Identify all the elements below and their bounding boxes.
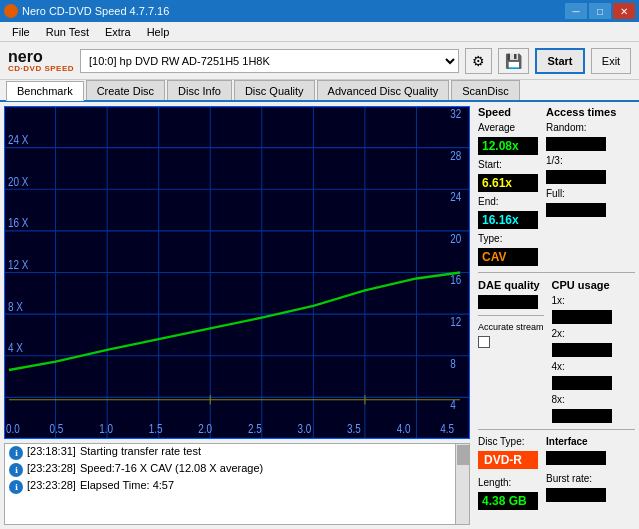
speed-end-value: 16.16x xyxy=(478,211,538,229)
log-entry-2: ℹ [23:23:28] Elapsed Time: 4:57 xyxy=(5,478,455,495)
accurate-stream-container xyxy=(478,336,544,348)
cpu-8x-label: 8x: xyxy=(552,394,612,405)
menu-help[interactable]: Help xyxy=(139,24,178,40)
device-info-button[interactable]: ⚙ xyxy=(465,48,492,74)
log-time-2: [23:23:28] xyxy=(27,479,76,491)
log-area: ℹ [23:18:31] Starting transfer rate test… xyxy=(4,443,470,525)
logo: nero CD·DVD SPEED xyxy=(8,49,74,73)
speed-average-value: 12.08x xyxy=(478,137,538,155)
app-title: Nero CD-DVD Speed 4.7.7.16 xyxy=(22,5,169,17)
svg-text:3.5: 3.5 xyxy=(347,422,361,435)
access-times-title: Access times xyxy=(546,106,616,118)
close-button[interactable]: ✕ xyxy=(613,3,635,19)
accurate-stream-checkbox[interactable] xyxy=(478,336,490,348)
tab-scandisc[interactable]: ScanDisc xyxy=(451,80,519,100)
access-times-section: Access times Random: 1/3: Full: xyxy=(546,106,616,266)
chart-canvas: 24 X 20 X 16 X 12 X 8 X 4 X 32 28 24 20 … xyxy=(4,106,470,439)
svg-text:20: 20 xyxy=(450,232,461,245)
svg-text:20 X: 20 X xyxy=(8,175,29,188)
svg-text:12 X: 12 X xyxy=(8,258,29,271)
speed-start-label: Start: xyxy=(478,159,538,170)
svg-text:2.0: 2.0 xyxy=(198,422,212,435)
cpu-8x-value xyxy=(552,409,612,423)
speed-section: Speed Average 12.08x Start: 6.61x End: 1… xyxy=(478,106,538,266)
log-text-1: Speed:7-16 X CAV (12.08 X average) xyxy=(80,462,263,474)
chart-svg: 24 X 20 X 16 X 12 X 8 X 4 X 32 28 24 20 … xyxy=(4,106,470,439)
svg-text:4 X: 4 X xyxy=(8,341,24,354)
svg-text:8: 8 xyxy=(450,357,456,370)
dae-value xyxy=(478,295,538,309)
accurate-stream-label: Accurate stream xyxy=(478,322,544,332)
tab-disc-info[interactable]: Disc Info xyxy=(167,80,232,100)
burst-value xyxy=(546,488,606,502)
chart-area: 24 X 20 X 16 X 12 X 8 X 4 X 32 28 24 20 … xyxy=(4,106,470,439)
maximize-button[interactable]: □ xyxy=(589,3,611,19)
app-icon xyxy=(4,4,18,18)
menu-file[interactable]: File xyxy=(4,24,38,40)
cpu-title: CPU usage xyxy=(552,279,612,291)
right-panel: Speed Average 12.08x Start: 6.61x End: 1… xyxy=(474,102,639,529)
start-button[interactable]: Start xyxy=(535,48,585,74)
svg-text:28: 28 xyxy=(450,149,461,162)
title-bar: Nero CD-DVD Speed 4.7.7.16 ─ □ ✕ xyxy=(0,0,639,22)
cpu-2x-label: 2x: xyxy=(552,328,612,339)
menu-run-test[interactable]: Run Test xyxy=(38,24,97,40)
divider-dae xyxy=(478,315,544,316)
log-entry: ℹ [23:18:31] Starting transfer rate test xyxy=(5,444,455,461)
log-time-1: [23:23:28] xyxy=(27,462,76,474)
cpu-4x-value xyxy=(552,376,612,390)
dae-title: DAE quality xyxy=(478,279,544,291)
svg-text:16 X: 16 X xyxy=(8,216,29,229)
svg-text:32: 32 xyxy=(450,107,461,120)
logo-sub: CD·DVD SPEED xyxy=(8,65,74,73)
drive-select[interactable]: [10:0] hp DVD RW AD-7251H5 1H8K xyxy=(80,49,459,73)
chart-log-area: 24 X 20 X 16 X 12 X 8 X 4 X 32 28 24 20 … xyxy=(0,102,474,529)
cpu-1x-value xyxy=(552,310,612,324)
cpu-4x-label: 4x: xyxy=(552,361,612,372)
one-third-label: 1/3: xyxy=(546,155,616,166)
save-button[interactable]: 💾 xyxy=(498,48,529,74)
svg-text:0.5: 0.5 xyxy=(50,422,64,435)
logo-nero: nero xyxy=(8,49,74,65)
disc-interface-section: Disc Type: DVD-R Length: 4.38 GB Interfa… xyxy=(478,436,635,510)
log-scrollbar[interactable] xyxy=(455,444,469,524)
tab-advanced-disc-quality[interactable]: Advanced Disc Quality xyxy=(317,80,450,100)
log-icon-0: ℹ xyxy=(9,446,23,460)
svg-text:4.0: 4.0 xyxy=(397,422,411,435)
svg-text:8 X: 8 X xyxy=(8,300,24,313)
cpu-section: CPU usage 1x: 2x: 4x: 8x: xyxy=(552,279,612,423)
tab-create-disc[interactable]: Create Disc xyxy=(86,80,165,100)
speed-end-label: End: xyxy=(478,196,538,207)
random-value xyxy=(546,137,606,151)
disc-length-value: 4.38 GB xyxy=(478,492,538,510)
speed-title: Speed xyxy=(478,106,538,118)
speed-type-value: CAV xyxy=(478,248,538,266)
disc-section: Disc Type: DVD-R Length: 4.38 GB xyxy=(478,436,538,510)
random-label: Random: xyxy=(546,122,616,133)
toolbar: nero CD·DVD SPEED [10:0] hp DVD RW AD-72… xyxy=(0,42,639,80)
interface-value xyxy=(546,451,606,465)
exit-button[interactable]: Exit xyxy=(591,48,631,74)
svg-text:4.5: 4.5 xyxy=(440,422,454,435)
svg-text:0.0: 0.0 xyxy=(6,422,20,435)
divider-1 xyxy=(478,272,635,273)
log-text-0: Starting transfer rate test xyxy=(80,445,201,457)
svg-text:24 X: 24 X xyxy=(8,133,29,146)
log-icon-2: ℹ xyxy=(9,480,23,494)
one-third-value xyxy=(546,170,606,184)
svg-text:12: 12 xyxy=(450,315,461,328)
svg-text:1.5: 1.5 xyxy=(149,422,163,435)
menu-extra[interactable]: Extra xyxy=(97,24,139,40)
disc-type-value: DVD-R xyxy=(478,451,538,469)
burst-label: Burst rate: xyxy=(546,473,606,484)
svg-text:16: 16 xyxy=(450,274,461,287)
main-content: 24 X 20 X 16 X 12 X 8 X 4 X 32 28 24 20 … xyxy=(0,102,639,529)
tab-disc-quality[interactable]: Disc Quality xyxy=(234,80,315,100)
tab-benchmark[interactable]: Benchmark xyxy=(6,81,84,101)
svg-text:4: 4 xyxy=(450,398,456,411)
log-time-0: [23:18:31] xyxy=(27,445,76,457)
log-entry-1: ℹ [23:23:28] Speed:7-16 X CAV (12.08 X a… xyxy=(5,461,455,478)
log-scrollbar-thumb[interactable] xyxy=(457,445,469,465)
minimize-button[interactable]: ─ xyxy=(565,3,587,19)
log-text-2: Elapsed Time: 4:57 xyxy=(80,479,174,491)
